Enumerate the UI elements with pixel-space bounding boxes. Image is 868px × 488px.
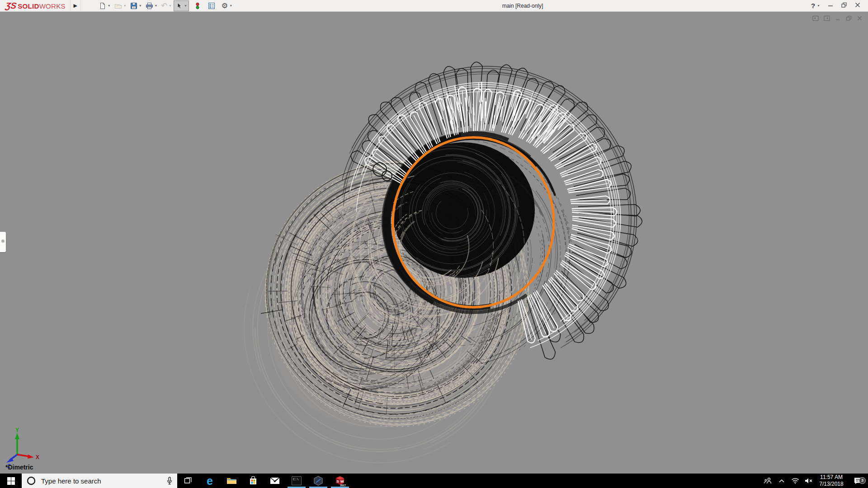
dropdown-arrow-icon: ▼	[169, 4, 172, 7]
flyout-arrow-icon: ▶	[74, 3, 77, 9]
new-document-icon	[99, 2, 106, 9]
rebuild-button[interactable]	[193, 0, 203, 11]
window-controls: ? ▼	[811, 2, 868, 10]
dropdown-arrow-icon: ▼	[108, 4, 111, 7]
undo-icon: ↶	[161, 2, 167, 9]
solidworks-logo: ƷS SOLID WORKS	[0, 1, 70, 11]
tray-clock[interactable]: 11:57 AM 7/13/2018	[816, 474, 847, 488]
people-icon	[764, 477, 773, 484]
close-icon	[854, 2, 861, 8]
task-view-icon	[184, 477, 192, 485]
network-button[interactable]	[788, 478, 802, 484]
collapsed-task-pane-tab[interactable]	[0, 232, 6, 252]
vp-minimize-button[interactable]	[835, 15, 841, 21]
svg-text:S: S	[337, 479, 340, 483]
select-tool-button[interactable]: ▼	[174, 0, 189, 11]
taskbar-search-box[interactable]	[22, 474, 177, 488]
speaker-muted-icon	[805, 478, 813, 484]
document-title: main [Read-only]	[234, 3, 811, 9]
gear-icon: ⚙	[222, 2, 228, 9]
dropdown-arrow-icon: ▼	[817, 4, 820, 7]
view-orientation-label: *Dimetric	[5, 464, 33, 471]
search-input[interactable]	[40, 477, 162, 485]
document-properties-button[interactable]	[206, 0, 217, 11]
dropdown-arrow-icon: ▼	[139, 4, 142, 7]
restore-icon	[841, 2, 847, 8]
restore-button[interactable]	[841, 2, 847, 10]
dropdown-arrow-icon: ▼	[229, 4, 232, 7]
dropdown-arrow-icon: ▼	[184, 4, 187, 7]
pane-left-button[interactable]	[812, 15, 819, 21]
pane-right-icon	[824, 15, 830, 21]
select-cursor-icon	[175, 2, 183, 9]
chevron-up-icon	[778, 479, 785, 483]
system-tray: 11:57 AM 7/13/2018 3	[761, 474, 868, 488]
svg-text:W: W	[340, 479, 344, 483]
menu-flyout-button[interactable]: ▶	[70, 0, 81, 12]
quick-access-toolbar: ▼ ▼ ▼ ▼ ↶	[97, 0, 234, 12]
taskbar-app-file-explorer[interactable]	[221, 474, 242, 488]
microphone-icon[interactable]	[166, 477, 173, 485]
vp-restore-icon	[846, 15, 852, 21]
taskbar-app-solidworks-2017[interactable]: S W 2017	[329, 474, 351, 488]
save-button[interactable]: ▼	[128, 0, 144, 11]
windows-taskbar: e C:\	[0, 474, 868, 488]
taskbar-app-mail[interactable]	[264, 474, 286, 488]
tray-date: 7/13/2018	[816, 481, 846, 488]
mail-icon	[270, 477, 280, 484]
vp-restore-button[interactable]	[846, 15, 852, 21]
store-icon	[249, 476, 258, 485]
close-button[interactable]	[854, 2, 861, 10]
start-button[interactable]	[0, 474, 22, 488]
edge-icon: e	[207, 475, 213, 486]
taskbar-app-edge[interactable]: e	[199, 474, 221, 488]
print-button[interactable]: ▼	[144, 0, 160, 11]
solidworks-logo-mark: ƷS	[5, 1, 17, 11]
dropdown-arrow-icon: ▼	[123, 4, 127, 7]
vp-minimize-icon	[835, 15, 841, 21]
vp-close-button[interactable]	[857, 15, 863, 21]
svg-text:2017: 2017	[340, 484, 346, 487]
svg-text:X: X	[36, 454, 39, 460]
new-document-button[interactable]: ▼	[97, 0, 113, 11]
cortana-circle-icon	[26, 476, 36, 486]
minimize-icon	[827, 2, 834, 8]
people-button[interactable]	[761, 477, 775, 484]
graphics-viewport[interactable]: Y X Z *Dimetric	[0, 12, 868, 474]
vp-close-icon	[857, 15, 863, 21]
tray-time: 11:57 AM	[816, 474, 846, 481]
save-icon	[130, 2, 137, 9]
help-icon: ?	[811, 2, 815, 9]
help-button[interactable]: ? ▼	[811, 2, 820, 9]
tray-overflow-button[interactable]	[775, 479, 788, 483]
pane-tab-dot-icon	[1, 239, 5, 243]
open-button[interactable]: ▼	[113, 0, 128, 11]
command-prompt-icon: C:\	[292, 476, 302, 485]
action-center-button[interactable]: 3	[847, 477, 868, 485]
document-properties-icon	[208, 2, 215, 9]
taskbar-app-store[interactable]	[242, 474, 264, 488]
pane-right-button[interactable]	[824, 15, 830, 21]
notification-badge: 3	[859, 477, 866, 484]
print-icon	[146, 2, 153, 9]
wifi-icon	[791, 478, 799, 484]
dropdown-arrow-icon: ▼	[155, 4, 158, 7]
svg-text:Y: Y	[15, 427, 19, 433]
triad-axes-icon: Y X Z	[2, 427, 42, 469]
pane-left-icon	[812, 15, 819, 21]
undo-button[interactable]: ↶ ▼	[160, 0, 174, 11]
task-view-button[interactable]	[177, 474, 199, 488]
options-button[interactable]: ⚙ ▼	[220, 0, 234, 11]
hexagon-app-icon	[313, 475, 324, 486]
file-explorer-icon	[226, 477, 236, 485]
turbine-wireframe-model[interactable]	[0, 12, 868, 474]
minimize-button[interactable]	[827, 2, 834, 10]
taskbar-app-command-prompt[interactable]: C:\	[286, 474, 307, 488]
windows-start-icon	[7, 477, 15, 485]
taskbar-app-hexagon[interactable]	[307, 474, 329, 488]
solidworks-2017-icon: S W 2017	[334, 475, 346, 487]
app-titlebar: ƷS SOLID WORKS ▶ ▼ ▼ ▼	[0, 0, 868, 12]
volume-button[interactable]	[802, 478, 816, 484]
viewport-window-controls	[812, 15, 863, 21]
open-icon	[114, 2, 122, 9]
